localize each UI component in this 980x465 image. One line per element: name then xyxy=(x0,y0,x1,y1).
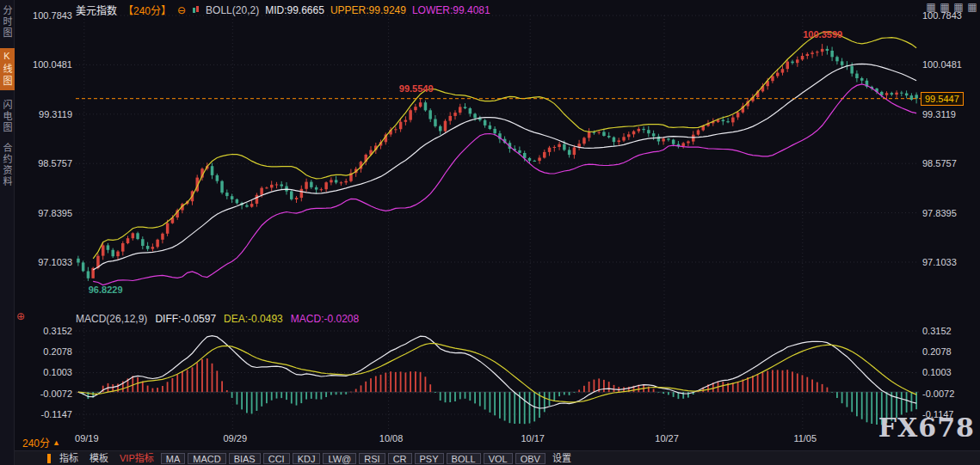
sidebar-item-3[interactable]: 合约资料 xyxy=(0,143,14,187)
footer-tab-11[interactable]: PSY xyxy=(415,453,444,464)
macd-axis-label: 0.1003 xyxy=(26,367,72,377)
symbol-name: 美元指数 xyxy=(76,3,117,17)
active-tab-marker xyxy=(47,454,51,463)
layout-icons: ▦ ▦ ▦ ▦ xyxy=(925,1,978,13)
price-axis-label: 98.5757 xyxy=(26,158,72,168)
macd-axis-label: -0.0072 xyxy=(26,389,72,399)
price-axis-label: 100.0481 xyxy=(26,59,72,70)
layout-grid-icon[interactable]: ▦ xyxy=(966,1,978,13)
watermark: FX678 xyxy=(878,413,975,443)
date-axis-label: 09/29 xyxy=(218,433,252,444)
footer-tab-2[interactable]: VIP指标 xyxy=(115,453,158,464)
date-axis-label: 10/17 xyxy=(515,433,550,444)
date-axis-label: 10/27 xyxy=(650,433,684,444)
date-axis-label: 10/08 xyxy=(374,433,409,444)
macd-header: MACD(26,12,9) DIFF:-0.0597 DEA:-0.0493 M… xyxy=(76,313,359,325)
link-icon[interactable]: ⊖ xyxy=(177,4,186,16)
app-window: 分时图K线图闪电图合约资料 美元指数 【240分】 ⊖ BOLL(20,2) M… xyxy=(0,0,980,465)
price-axis-label: 97.1033 xyxy=(26,257,72,267)
footer-tab-13[interactable]: VOL xyxy=(484,453,513,464)
macd-panel-icon[interactable]: ⊕ xyxy=(16,310,25,322)
period-label[interactable]: 【240分】 xyxy=(123,3,171,17)
macd-axis-label: 0.3152 xyxy=(922,326,952,336)
candle-icon xyxy=(192,5,200,15)
price-annotation: 100.3599 xyxy=(803,29,842,40)
footer-tab-3[interactable]: MA xyxy=(161,453,186,464)
macd-axis-label: 0.2078 xyxy=(922,346,952,357)
footer-tab-15[interactable]: 设置 xyxy=(548,453,576,464)
chart-canvas[interactable] xyxy=(0,0,980,465)
footer-tab-12[interactable]: BOLL xyxy=(447,453,481,464)
boll-lower-value: LOWER:99.4081 xyxy=(412,4,490,16)
price-axis-label: 99.3119 xyxy=(922,109,956,119)
price-axis-label: 98.5757 xyxy=(922,158,957,168)
footer-tab-1[interactable]: 模板 xyxy=(85,453,113,464)
current-price-tag: 99.5447 xyxy=(921,92,964,106)
sidebar: 分时图K线图闪电图合约资料 xyxy=(0,0,15,465)
macd-axis-label: -0.0072 xyxy=(922,389,954,399)
footer-tab-0[interactable]: 指标 xyxy=(55,453,83,464)
timeframe-label: 240分 xyxy=(22,435,50,450)
sidebar-item-1[interactable]: K线图 xyxy=(0,48,15,90)
macd-macd-value: MACD:-0.0208 xyxy=(291,313,359,325)
boll-label: BOLL(20,2) xyxy=(206,4,259,16)
boll-upper-value: UPPER:99.9249 xyxy=(330,4,406,16)
chart-header: 美元指数 【240分】 ⊖ BOLL(20,2) MID:99.6665 UPP… xyxy=(76,3,490,17)
price-axis-label: 97.8395 xyxy=(26,208,72,218)
boll-mid-value: MID:99.6665 xyxy=(265,4,324,16)
chart-area[interactable] xyxy=(0,0,980,465)
timeframe-indicator[interactable]: 240分 ▲ xyxy=(22,435,60,450)
footer-tab-8[interactable]: LW@ xyxy=(323,453,356,464)
footer-tab-4[interactable]: MACD xyxy=(188,453,225,464)
macd-diff-value: DIFF:-0.0597 xyxy=(155,313,216,325)
footer-tab-10[interactable]: CR xyxy=(388,453,412,464)
footer-tab-6[interactable]: CCI xyxy=(263,453,290,464)
layout-grid-icon[interactable]: ▦ xyxy=(925,1,937,13)
date-axis-label: 11/05 xyxy=(788,433,823,444)
footer-tab-9[interactable]: RSI xyxy=(359,453,385,464)
triangle-up-icon: ▲ xyxy=(52,438,60,447)
price-axis-label: 100.7843 xyxy=(26,10,72,21)
footer-tab-14[interactable]: OBV xyxy=(515,453,545,464)
footer-tab-7[interactable]: KDJ xyxy=(293,453,321,464)
footer-toolbar: 指标模板VIP指标MAMACDBIASCCIKDJLW@RSICRPSYBOLL… xyxy=(15,450,980,465)
price-annotation: 99.5549 xyxy=(399,83,434,94)
macd-axis-label: -0.1147 xyxy=(26,409,72,419)
layout-grid-icon[interactable]: ▦ xyxy=(939,1,951,13)
price-axis-label: 99.3119 xyxy=(26,109,72,119)
macd-axis-label: 0.3152 xyxy=(26,326,72,336)
footer-tab-5[interactable]: BIAS xyxy=(229,453,261,464)
sidebar-item-2[interactable]: 闪电图 xyxy=(0,100,14,133)
macd-axis-label: 0.2078 xyxy=(26,346,72,357)
macd-dea-value: DEA:-0.0493 xyxy=(224,313,283,325)
price-axis-label: 97.1033 xyxy=(922,257,957,267)
date-axis-label: 09/19 xyxy=(70,433,104,444)
price-axis-label: 97.8395 xyxy=(922,208,957,218)
price-axis-label: 100.0481 xyxy=(922,59,962,70)
layout-grid-icon[interactable]: ▦ xyxy=(952,1,965,13)
macd-label: MACD(26,12,9) xyxy=(76,313,147,325)
macd-axis-label: 0.1003 xyxy=(922,367,952,377)
price-annotation: 96.8229 xyxy=(89,285,123,295)
sidebar-item-0[interactable]: 分时图 xyxy=(0,5,14,39)
